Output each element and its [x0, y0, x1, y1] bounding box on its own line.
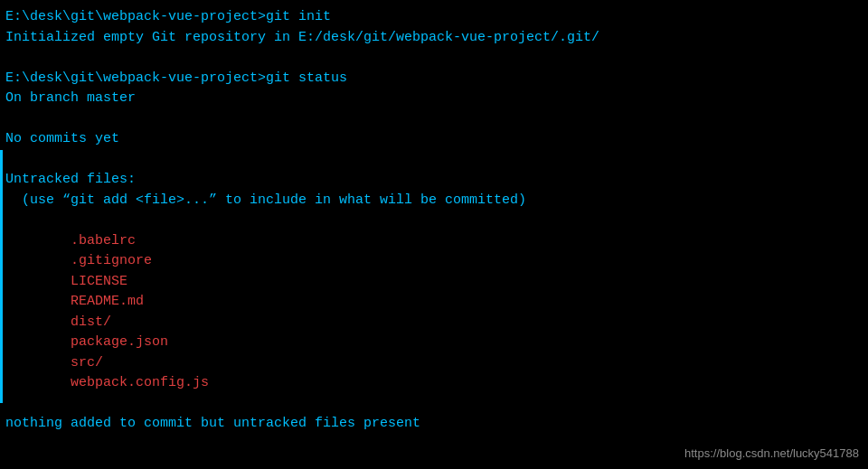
- terminal-empty-4: [5, 211, 863, 231]
- terminal-line-7: No commits yet: [5, 129, 863, 150]
- terminal-line-2: Initialized empty Git repository in E:/d…: [5, 28, 863, 49]
- terminal-line-10: (use “git add <file>...” to include in w…: [5, 191, 863, 211]
- terminal-line-9: Untracked files:: [5, 170, 863, 191]
- terminal-line-15: README.md: [5, 292, 863, 313]
- left-border: [0, 150, 3, 403]
- terminal-line-4: E:\desk\git\webpack-vue-project>git stat…: [5, 69, 863, 89]
- terminal-line-16: dist/: [5, 313, 863, 333]
- terminal-empty-3: [5, 150, 863, 171]
- terminal-line-19: webpack.config.js: [5, 373, 863, 394]
- terminal-line-13: .gitignore: [5, 251, 863, 272]
- terminal-empty-5: [5, 394, 863, 415]
- terminal-line-17: package.json: [5, 333, 863, 353]
- terminal-line-5: On branch master: [5, 89, 863, 109]
- terminal-empty-2: [5, 109, 863, 130]
- terminal-line-21: nothing added to commit but untracked fi…: [5, 414, 863, 435]
- terminal-empty-1: [5, 48, 863, 69]
- terminal-line-1: E:\desk\git\webpack-vue-project>git init: [5, 7, 863, 28]
- terminal-window: E:\desk\git\webpack-vue-project>git init…: [0, 0, 868, 469]
- watermark-text: https://blog.csdn.net/lucky541788: [684, 445, 859, 463]
- terminal-line-18: src/: [5, 353, 863, 374]
- terminal-line-14: LICENSE: [5, 272, 863, 293]
- terminal-line-12: .babelrc: [5, 231, 863, 252]
